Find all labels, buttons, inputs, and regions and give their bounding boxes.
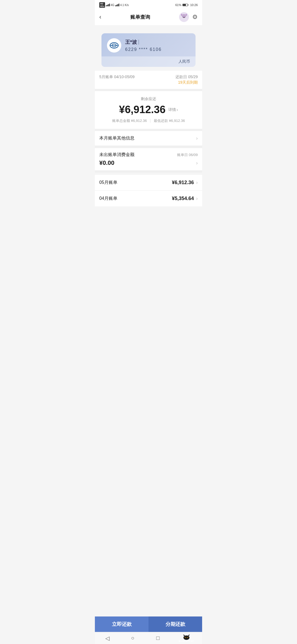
amount-sub-info: 账单总金额 ¥6,912.36 最低还款 ¥6,912.36 (99, 118, 198, 124)
speed-label: 4.1 K/s (120, 4, 129, 7)
amount-section: 剩余应还 ¥6,912.36 详情 › 账单总金额 ¥6,912.36 最低还款… (95, 91, 202, 129)
bill-period-section: 5月账单 04/10-05/09 还款日 05/29 19天后到期 (95, 71, 202, 89)
unprocessed-section: 未出账单消费金额 账单日 06/09 ¥0.00 › (95, 148, 202, 170)
other-info-item[interactable]: 本月账单其他信息 › (95, 131, 202, 146)
unprocessed-title: 未出账单消费金额 (99, 152, 134, 158)
monthly-bill-arrow-1: › (196, 196, 198, 201)
svg-rect-1 (188, 4, 188, 6)
monthly-bill-amount-1: ¥5,354.64 (172, 196, 194, 201)
status-right: 61% 10:26 (175, 3, 198, 7)
unprocessed-amount: ¥0.00 (99, 159, 114, 167)
monthly-bill-title-1: 04月账单 (99, 196, 117, 201)
monthly-bill-item-1[interactable]: 04月账单 ¥5,354.64 › (95, 191, 202, 206)
other-info-label: 本月账单其他信息 (99, 135, 134, 141)
monthly-bill-arrow-0: › (196, 180, 198, 185)
unprocessed-date: 账单日 06/09 (177, 152, 198, 157)
card-currency: 人民币 (101, 56, 196, 67)
signal-bars (106, 4, 110, 6)
monthly-bill-item-0[interactable]: 05月账单 ¥6,912.36 › (95, 175, 202, 191)
monthly-bill-amount-0: ¥6,912.36 (172, 180, 194, 185)
amount-label: 剩余应还 (99, 97, 198, 102)
bank-card: 王*波 6229 **** 6106 人民币 (101, 33, 196, 67)
section-divider-2 (95, 129, 202, 131)
monthly-bills-section: 05月账单 ¥6,912.36 › 04月账单 ¥5,354.64 › (95, 175, 202, 206)
settings-button[interactable]: ⚙ (192, 13, 198, 21)
svg-rect-2 (183, 4, 186, 6)
card-holder-name: 王*波 (125, 39, 190, 45)
bill-days-label: 19天后到期 (175, 80, 198, 85)
back-button[interactable]: ‹ (99, 13, 101, 21)
remaining-amount: ¥6,912.36 (119, 104, 166, 116)
monthly-bill-right-0: ¥6,912.36 › (172, 180, 198, 185)
card-container: 王*波 6229 **** 6106 人民币 (95, 26, 202, 67)
card-top: 王*波 6229 **** 6106 (101, 33, 196, 56)
status-bar: HDHD₂ 4G 4.1 K/s 61% 10:26 (95, 0, 202, 9)
unprocessed-amount-row[interactable]: ¥0.00 › (99, 159, 198, 167)
unprocessed-arrow-icon: › (196, 160, 198, 166)
monthly-bill-right-1: ¥5,354.64 › (172, 196, 198, 201)
avatar-button[interactable] (179, 12, 189, 22)
svg-point-4 (182, 14, 186, 18)
section-divider-3 (95, 146, 202, 148)
bill-period-label: 5月账单 04/10-05/09 (99, 75, 134, 80)
network-label: 4G (111, 4, 114, 7)
battery-icon (182, 3, 189, 7)
total-label: 账单总金额 ¥6,912.36 (112, 118, 147, 123)
other-info-arrow-icon: › (196, 135, 198, 141)
bank-logo (107, 38, 121, 53)
sub-divider (150, 119, 150, 123)
monthly-bill-title-0: 05月账单 (99, 180, 117, 185)
bill-due-date: 还款日 05/29 (175, 75, 198, 80)
svg-point-9 (183, 15, 183, 16)
unprocessed-header: 未出账单消费金额 账单日 06/09 (99, 152, 198, 158)
time-label: 10:26 (190, 3, 198, 7)
page-title: 账单查询 (130, 14, 150, 20)
hd-badge: HDHD₂ (99, 2, 105, 8)
svg-point-10 (185, 15, 185, 16)
min-label: 最低还款 ¥6,912.36 (154, 118, 185, 123)
amount-row: ¥6,912.36 详情 › (99, 104, 198, 116)
svg-point-5 (181, 14, 183, 16)
detail-button[interactable]: 详情 › (168, 107, 178, 112)
header: ‹ 账单查询 ⚙ (95, 9, 202, 26)
card-number: 6229 **** 6106 (125, 47, 190, 52)
svg-point-6 (185, 14, 187, 16)
name-divider (139, 40, 139, 45)
other-info-right: › (196, 135, 198, 141)
battery-label: 61% (175, 3, 181, 7)
section-divider-4 (95, 170, 202, 173)
signal-bars-2 (115, 4, 119, 6)
header-right: ⚙ (179, 12, 198, 22)
card-info: 王*波 6229 **** 6106 (125, 39, 190, 52)
section-divider-1 (95, 89, 202, 91)
status-left: HDHD₂ 4G 4.1 K/s (99, 2, 129, 8)
detail-arrow-icon: › (177, 107, 178, 112)
bill-period-right: 还款日 05/29 19天后到期 (175, 75, 198, 85)
